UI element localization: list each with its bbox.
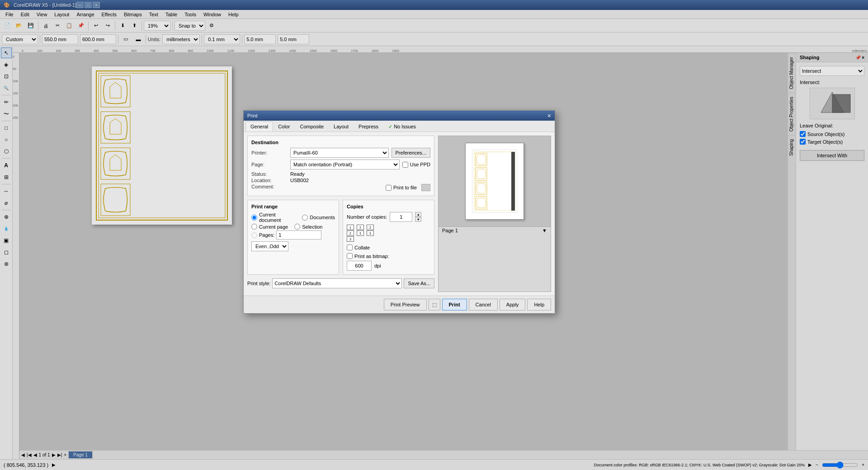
cancel-btn[interactable]: Cancel xyxy=(469,299,498,310)
collate-page-1: 1 xyxy=(347,225,354,230)
print-style-label: Print style: xyxy=(247,281,270,286)
preview-page-dropdown[interactable]: ▼ xyxy=(542,228,547,233)
print-btn[interactable]: Print xyxy=(442,299,467,310)
page-label: Page: xyxy=(251,162,288,167)
print-tab-color[interactable]: Color xyxy=(273,122,295,132)
preferences-btn[interactable]: Preferences... xyxy=(392,148,430,158)
collate-label-row: Collate xyxy=(347,244,430,250)
current-document-label: Current document xyxy=(259,212,296,223)
collate-page-3: 3 xyxy=(347,236,354,242)
print-tab-general[interactable]: General xyxy=(245,122,273,132)
number-copies-label: Number of copies: xyxy=(347,214,387,220)
pages-row: Pages: xyxy=(251,230,335,240)
print-as-bitmap-checkbox[interactable] xyxy=(347,253,353,259)
copies-label: Copies xyxy=(347,204,430,209)
collate-page-4: 2 xyxy=(357,225,364,230)
page-select[interactable]: Match orientation (Portrait) xyxy=(290,160,400,169)
print-dialog-footer: Print Preview ⬚ Print Cancel Apply Help xyxy=(244,296,555,313)
copies-spinner[interactable]: ▲ ▼ xyxy=(415,212,421,222)
current-page-label: Current page xyxy=(259,224,288,230)
svg-rect-17 xyxy=(511,152,515,211)
dpi-label: dpi xyxy=(374,263,381,268)
printer-select[interactable]: PumaIII-60 xyxy=(290,148,389,158)
copies-down-btn[interactable]: ▼ xyxy=(415,217,421,222)
print-to-file-label: Print to file xyxy=(386,184,417,191)
save-as-btn[interactable]: Save As... xyxy=(404,278,434,288)
preview-page xyxy=(465,143,524,220)
location-label: Location: xyxy=(251,178,288,183)
print-tab-layout[interactable]: Layout xyxy=(329,122,354,132)
pages-radio[interactable] xyxy=(251,232,257,238)
pages-input[interactable] xyxy=(276,230,321,240)
dpi-row: dpi xyxy=(347,261,430,271)
print-dialog-tabs: General Color Composite Layout Prepress … xyxy=(244,121,555,132)
print-as-bitmap-text: Print as bitmap: xyxy=(354,254,389,259)
location-value: USB002 xyxy=(290,178,309,183)
print-to-file-color xyxy=(421,184,430,191)
printer-row: Printer: PumaIII-60 Preferences... xyxy=(251,148,430,158)
documents-label: Documents xyxy=(310,215,335,220)
print-to-file-checkbox[interactable] xyxy=(386,185,392,191)
preview-svg xyxy=(472,150,517,213)
page-row: Page: Match orientation (Portrait) Use P… xyxy=(251,160,430,169)
print-tab-composite[interactable]: Composite xyxy=(295,122,329,132)
collate-icons-row: 1 2 3 2 3 xyxy=(347,225,430,242)
print-preview-panel: Page 1 ▼ xyxy=(438,136,551,292)
even-odd-select[interactable]: Even ,Odd xyxy=(251,241,288,251)
print-range-section: Print range Current document Documents C… xyxy=(247,200,339,275)
print-dialog-body: Destination Printer: PumaIII-60 Preferen… xyxy=(244,132,555,296)
print-preview-btn[interactable]: Print Preview xyxy=(384,299,427,310)
collate-icon-2: 2 3 xyxy=(357,225,364,242)
status-value: Ready xyxy=(290,171,305,177)
collate-page-5: 3 xyxy=(357,230,364,236)
svg-rect-11 xyxy=(472,150,517,213)
print-tab-no-issues[interactable]: ✓ No Issues xyxy=(383,122,421,132)
printer-label: Printer: xyxy=(251,150,288,155)
comment-row: Comment: Print to file xyxy=(251,184,430,191)
documents-radio[interactable] xyxy=(302,215,308,221)
print-style-select[interactable]: CorelDRAW Defaults xyxy=(272,278,402,288)
no-issues-icon: ✓ xyxy=(388,124,392,129)
print-dialog: Print × General Color Composite Layout P… xyxy=(243,110,555,314)
print-as-bitmap-label: Print as bitmap: xyxy=(347,253,430,259)
use-ppd-checkbox[interactable] xyxy=(402,162,408,168)
preview-page-inner xyxy=(466,147,524,215)
print-preview-icon-btn[interactable]: ⬚ xyxy=(429,299,440,310)
help-btn[interactable]: Help xyxy=(527,299,551,310)
print-range-label: Print range xyxy=(251,204,335,209)
print-dialog-close-btn[interactable]: × xyxy=(547,113,551,119)
copies-up-btn[interactable]: ▲ xyxy=(415,212,421,217)
collate-page-6: 2 xyxy=(367,225,374,230)
current-document-row: Current document Documents xyxy=(251,212,335,223)
selection-label: Selection xyxy=(302,224,322,230)
use-ppd-label: Use PPD xyxy=(402,162,430,168)
print-dialog-overlay: Print × General Color Composite Layout P… xyxy=(0,0,868,470)
current-document-radio[interactable] xyxy=(251,215,257,221)
preview-page-text: Page 1 xyxy=(442,228,458,233)
preview-page-label-bar: Page 1 ▼ xyxy=(439,226,551,234)
location-row: Location: USB002 xyxy=(251,178,430,183)
print-tab-prepress[interactable]: Prepress xyxy=(354,122,383,132)
status-label: Status: xyxy=(251,171,288,177)
current-page-radio[interactable] xyxy=(251,224,257,230)
collate-page-2: 2 xyxy=(347,230,354,236)
current-page-row: Current page Selection xyxy=(251,224,335,230)
destination-label: Destination xyxy=(251,140,430,145)
print-style-row: Print style: CorelDRAW Defaults Save As.… xyxy=(247,278,434,288)
collate-label: Collate xyxy=(354,245,370,250)
collate-checkbox[interactable] xyxy=(347,244,353,250)
selection-radio[interactable] xyxy=(294,224,300,230)
print-dialog-title-text: Print xyxy=(247,113,258,118)
print-dialog-left: Destination Printer: PumaIII-60 Preferen… xyxy=(247,136,434,292)
apply-btn[interactable]: Apply xyxy=(500,299,526,310)
print-range-copies-row: Print range Current document Documents C… xyxy=(247,200,434,278)
comment-label: Comment: xyxy=(251,184,288,191)
copies-count-input[interactable] xyxy=(390,212,412,222)
collate-page-7: 3 xyxy=(367,230,374,236)
collate-icon-1: 1 2 3 xyxy=(347,225,354,242)
dpi-input[interactable] xyxy=(347,261,372,271)
even-odd-row: Even ,Odd xyxy=(251,241,335,251)
print-bitmap-row: Print as bitmap: xyxy=(347,253,430,259)
collate-icon-3: 2 3 xyxy=(367,225,374,242)
print-dialog-title-bar: Print × xyxy=(244,111,555,121)
